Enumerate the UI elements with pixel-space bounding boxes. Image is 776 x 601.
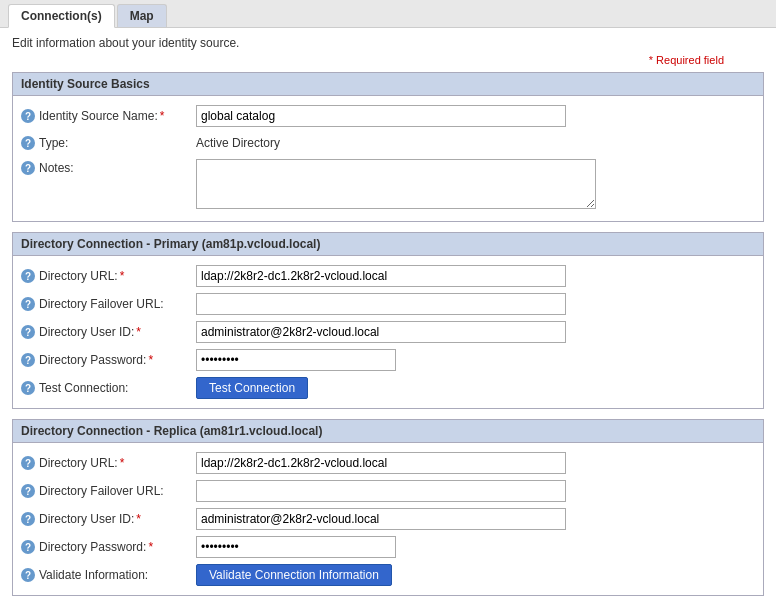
input-primary-password[interactable] (196, 349, 396, 371)
value-primary-password (196, 349, 755, 371)
value-replica-password (196, 536, 755, 558)
value-primary-url (196, 265, 755, 287)
help-icon-type[interactable]: ? (21, 136, 35, 150)
help-icon-test-connection[interactable]: ? (21, 381, 35, 395)
input-primary-user-id[interactable] (196, 321, 566, 343)
help-icon-primary-user-id[interactable]: ? (21, 325, 35, 339)
help-icon-primary-password[interactable]: ? (21, 353, 35, 367)
basics-section-header: Identity Source Basics (12, 72, 764, 96)
label-primary-user-id: ? Directory User ID: * (21, 325, 196, 339)
row-replica-url: ? Directory URL: * (13, 449, 763, 477)
row-replica-password: ? Directory Password: * (13, 533, 763, 561)
label-replica-url: ? Directory URL: * (21, 456, 196, 470)
value-identity-source-name (196, 105, 755, 127)
label-identity-source-name: ? Identity Source Name: * (21, 109, 196, 123)
value-test-connection: Test Connection (196, 377, 755, 399)
value-validate-information: Validate Connection Information (196, 564, 755, 586)
basics-section-body: ? Identity Source Name: * ? Type: Active… (12, 96, 764, 222)
help-icon-notes[interactable]: ? (21, 161, 35, 175)
row-notes: ? Notes: (13, 156, 763, 215)
input-primary-url[interactable] (196, 265, 566, 287)
required-notice: * Required field (12, 54, 764, 66)
value-notes (196, 159, 755, 212)
test-connection-button[interactable]: Test Connection (196, 377, 308, 399)
tab-bar: Connection(s) Map (0, 0, 776, 28)
help-icon-replica-failover-url[interactable]: ? (21, 484, 35, 498)
primary-section-body: ? Directory URL: * ? Directory Failover … (12, 256, 764, 409)
row-replica-failover-url: ? Directory Failover URL: (13, 477, 763, 505)
row-primary-password: ? Directory Password: * (13, 346, 763, 374)
value-primary-failover-url (196, 293, 755, 315)
help-icon-replica-url[interactable]: ? (21, 456, 35, 470)
page-subtitle: Edit information about your identity sou… (12, 36, 764, 50)
input-notes[interactable] (196, 159, 596, 209)
value-type: Active Directory (196, 136, 755, 150)
input-identity-source-name[interactable] (196, 105, 566, 127)
input-replica-password[interactable] (196, 536, 396, 558)
label-primary-url: ? Directory URL: * (21, 269, 196, 283)
input-replica-failover-url[interactable] (196, 480, 566, 502)
value-replica-failover-url (196, 480, 755, 502)
row-primary-failover-url: ? Directory Failover URL: (13, 290, 763, 318)
value-replica-user-id (196, 508, 755, 530)
label-primary-failover-url: ? Directory Failover URL: (21, 297, 196, 311)
help-icon-primary-url[interactable]: ? (21, 269, 35, 283)
label-test-connection: ? Test Connection: (21, 381, 196, 395)
label-primary-password: ? Directory Password: * (21, 353, 196, 367)
primary-section-header: Directory Connection - Primary (am81p.vc… (12, 232, 764, 256)
row-validate-information: ? Validate Information: Validate Connect… (13, 561, 763, 589)
value-replica-url (196, 452, 755, 474)
replica-section-header: Directory Connection - Replica (am81r1.v… (12, 419, 764, 443)
row-replica-user-id: ? Directory User ID: * (13, 505, 763, 533)
row-primary-user-id: ? Directory User ID: * (13, 318, 763, 346)
label-validate-information: ? Validate Information: (21, 568, 196, 582)
replica-section-body: ? Directory URL: * ? Directory Failover … (12, 443, 764, 596)
row-identity-source-name: ? Identity Source Name: * (13, 102, 763, 130)
help-icon-primary-failover-url[interactable]: ? (21, 297, 35, 311)
label-replica-password: ? Directory Password: * (21, 540, 196, 554)
help-icon-replica-user-id[interactable]: ? (21, 512, 35, 526)
input-primary-failover-url[interactable] (196, 293, 566, 315)
help-icon-replica-password[interactable]: ? (21, 540, 35, 554)
label-type: ? Type: (21, 136, 196, 150)
tab-map[interactable]: Map (117, 4, 167, 27)
input-replica-user-id[interactable] (196, 508, 566, 530)
label-replica-user-id: ? Directory User ID: * (21, 512, 196, 526)
type-value: Active Directory (196, 136, 280, 150)
main-content: Edit information about your identity sou… (0, 28, 776, 601)
row-type: ? Type: Active Directory (13, 130, 763, 156)
value-primary-user-id (196, 321, 755, 343)
input-replica-url[interactable] (196, 452, 566, 474)
validate-connection-button[interactable]: Validate Connection Information (196, 564, 392, 586)
tab-connections[interactable]: Connection(s) (8, 4, 115, 28)
help-icon-validate-information[interactable]: ? (21, 568, 35, 582)
label-notes: ? Notes: (21, 159, 196, 175)
row-test-connection: ? Test Connection: Test Connection (13, 374, 763, 402)
label-replica-failover-url: ? Directory Failover URL: (21, 484, 196, 498)
row-primary-url: ? Directory URL: * (13, 262, 763, 290)
help-icon-identity-source-name[interactable]: ? (21, 109, 35, 123)
